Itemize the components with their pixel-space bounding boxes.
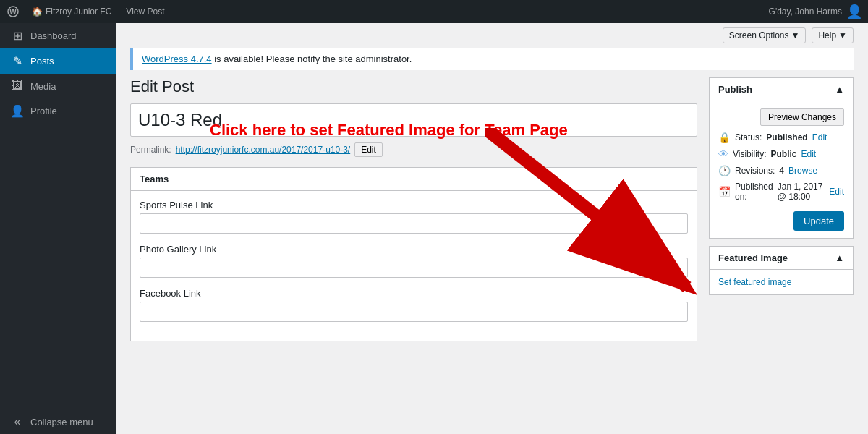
sidebar-panels: Publish ▲ Preview Changes 🔒 St [709,77,854,420]
collapse-icon: « [10,415,25,428]
revisions-value: 4 [779,166,784,176]
dashboard-icon: ⊞ [10,29,25,43]
sidebar-label-posts: Posts [30,56,54,67]
published-on-edit-link[interactable]: Edit [829,187,844,197]
sports-pulse-field: Sports Pulse Link [140,200,688,234]
status-label: Status: [735,132,762,142]
facebook-label: Facebook Link [140,288,688,299]
status-icon: 🔒 [718,132,731,143]
featured-image-panel-body: Set featured image [710,270,853,294]
featured-image-panel-header[interactable]: Featured Image ▲ [710,247,853,270]
top-bar: Screen Options ▼ Help ▼ [116,23,868,48]
notice-message: is available! Please notify the site adm… [212,54,412,64]
update-notice: WordPress 4.7.4 is available! Please not… [130,48,854,70]
help-label: Help [818,30,836,41]
set-featured-image-link[interactable]: Set featured image [718,277,791,287]
teams-metabox-body: Sports Pulse Link Photo Gallery Link Fac… [131,191,697,341]
view-post-label: View Post [126,7,164,17]
posts-icon: ✎ [10,54,25,68]
status-edit-link[interactable]: Edit [812,132,827,142]
sidebar-item-media[interactable]: 🖼 Media [0,74,116,98]
user-avatar-icon: 👤 [846,4,862,20]
sidebar-item-posts[interactable]: ✎ Posts [0,48,116,74]
revisions-row: 🕐 Revisions: 4 Browse [718,165,844,176]
screen-options-button[interactable]: Screen Options ▼ [723,27,807,43]
published-on-row: 📅 Published on: Jan 1, 2017 @ 18:00 Edit [718,182,844,202]
publish-panel-title: Publish [718,84,752,95]
publish-panel-body: Preview Changes 🔒 Status: Published Edit… [710,101,853,238]
user-greeting: G'day, John Harms [769,7,842,17]
published-on-value: Jan 1, 2017 @ 18:00 [778,182,825,202]
svg-text:W: W [9,8,17,16]
teams-metabox-header[interactable]: Teams [131,168,697,191]
visibility-icon: 👁 [718,148,728,160]
screen-options-chevron-icon: ▼ [791,30,800,41]
permalink-url[interactable]: http://fitzroyjuniorfc.com.au/2017/2017-… [176,145,350,155]
permalink-edit-button[interactable]: Edit [354,142,383,157]
admin-bar-home[interactable]: 🏠 Fitzroy Junior FC [29,0,114,23]
publish-panel-header[interactable]: Publish ▲ [710,78,853,101]
admin-bar-user: G'day, John Harms 👤 [769,4,862,20]
preview-changes-label: Preview Changes [768,112,836,122]
sidebar-label-collapse: Collapse menu [30,417,93,427]
home-icon: 🏠 [32,7,43,17]
teams-metabox: Teams Sports Pulse Link Photo Gallery Li… [130,167,697,341]
admin-bar-view-post[interactable]: View Post [123,0,167,23]
facebook-field: Facebook Link [140,288,688,322]
featured-image-panel: Featured Image ▲ Set featured image [709,246,854,295]
visibility-row: 👁 Visibility: Public Edit [718,148,844,160]
update-button[interactable]: Update [793,211,844,231]
photo-gallery-input[interactable] [140,258,688,278]
update-label: Update [804,216,834,226]
sidebar-label-dashboard: Dashboard [30,30,77,41]
profile-icon: 👤 [10,104,25,118]
post-title-input[interactable] [130,103,697,137]
sidebar-item-collapse[interactable]: « Collapse menu [0,409,116,434]
media-icon: 🖼 [10,80,25,93]
post-editor: Edit Post Permalink: http://fitzroyjunio… [130,77,697,420]
site-name: Fitzroy Junior FC [46,7,111,17]
sidebar: ⊞ Dashboard ✎ Posts 🖼 Media 👤 Profile « … [0,23,116,434]
publish-panel: Publish ▲ Preview Changes 🔒 St [709,77,854,239]
screen-options-label: Screen Options [729,30,789,41]
preview-changes-button[interactable]: Preview Changes [760,109,844,126]
page-title: Edit Post [130,77,697,96]
featured-image-title: Featured Image [718,252,788,263]
visibility-value: Public [770,149,796,159]
permalink-label: Permalink: [130,145,171,155]
sports-pulse-label: Sports Pulse Link [140,200,688,210]
sidebar-label-profile: Profile [30,106,57,116]
sidebar-item-profile[interactable]: 👤 Profile [0,98,116,124]
help-chevron-icon: ▼ [838,30,847,41]
permalink-row: Permalink: http://fitzroyjuniorfc.com.au… [130,142,697,157]
revisions-icon: 🕐 [718,165,731,176]
visibility-label: Visibility: [733,149,766,159]
sidebar-label-media: Media [30,81,56,92]
wp-layout: ⊞ Dashboard ✎ Posts 🖼 Media 👤 Profile « … [0,23,868,434]
sports-pulse-input[interactable] [140,213,688,234]
publish-collapse-icon: ▲ [835,84,844,95]
status-value: Published [766,132,807,142]
browse-link[interactable]: Browse [788,166,817,176]
help-button[interactable]: Help ▼ [812,27,854,43]
wp-version-link[interactable]: WordPress 4.7.4 [142,54,212,64]
featured-image-collapse-icon: ▲ [835,252,844,263]
photo-gallery-label: Photo Gallery Link [140,244,688,255]
facebook-input[interactable] [140,302,688,322]
published-on-label: Published on: [735,182,773,202]
visibility-edit-link[interactable]: Edit [801,149,816,159]
wp-logo-icon[interactable]: W [6,4,20,19]
main-content: Screen Options ▼ Help ▼ WordPress 4.7.4 … [116,23,868,434]
revisions-label: Revisions: [735,166,775,176]
photo-gallery-field: Photo Gallery Link [140,244,688,278]
sidebar-item-dashboard[interactable]: ⊞ Dashboard [0,23,116,48]
calendar-icon: 📅 [718,186,731,197]
admin-bar: W 🏠 Fitzroy Junior FC View Post G'day, J… [0,0,868,23]
status-row: 🔒 Status: Published Edit [718,132,844,143]
teams-metabox-title: Teams [140,174,169,184]
content-area: Edit Post Permalink: http://fitzroyjunio… [116,77,868,434]
content-wrapper: Edit Post Permalink: http://fitzroyjunio… [116,77,868,434]
permalink-edit-label: Edit [361,145,376,155]
